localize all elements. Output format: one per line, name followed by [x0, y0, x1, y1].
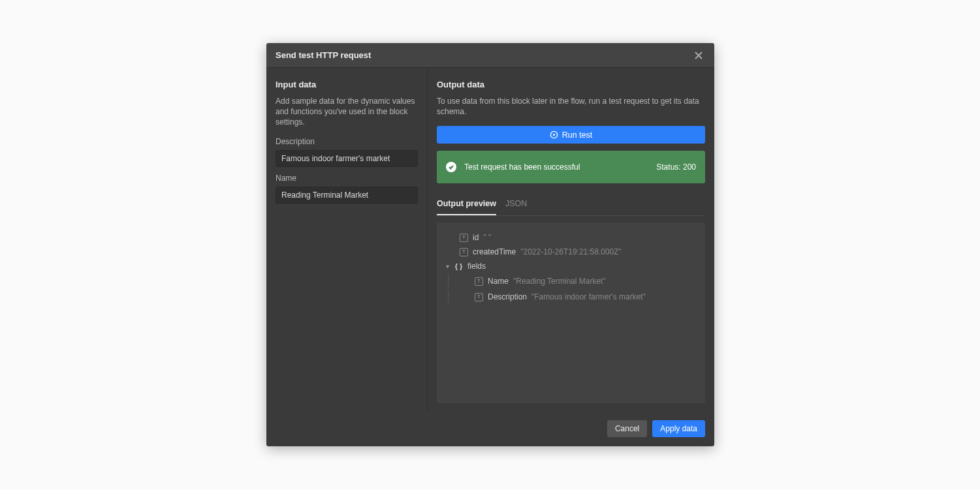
input-description: Add sample data for the dynamic values a… [276, 96, 418, 128]
name-input[interactable] [276, 187, 418, 204]
tab-json[interactable]: JSON [505, 195, 527, 215]
tree-key: id [473, 232, 479, 243]
output-description: To use data from this block later in the… [437, 96, 705, 117]
output-pane: Output data To use data from this block … [428, 68, 714, 412]
tree-row-id: T id " " [445, 230, 697, 245]
tree-row-fields-name: T Name "Reading Terminal Market" [445, 273, 697, 289]
input-title: Input data [276, 80, 418, 89]
output-preview-box[interactable]: T id " " T createdTime "2022-10-26T19:21… [437, 222, 705, 403]
cancel-button[interactable]: Cancel [607, 420, 647, 437]
status-left: Test request has been successful [446, 162, 580, 172]
modal-title: Send test HTTP request [276, 50, 371, 60]
tree-value: "Famous indoor farmer's market" [531, 291, 646, 303]
status-banner: Test request has been successful Status:… [437, 151, 705, 183]
tree-value: " " [483, 232, 491, 243]
modal-body: Input data Add sample data for the dynam… [266, 68, 714, 412]
modal-footer: Cancel Apply data [266, 412, 714, 446]
success-check-icon [446, 162, 456, 172]
run-test-label: Run test [562, 130, 593, 140]
collapse-toggle-icon[interactable] [445, 264, 450, 269]
field-label-name: Name [276, 174, 418, 183]
tree-row-fields[interactable]: { } fields [445, 259, 697, 273]
run-test-button[interactable]: Run test [437, 126, 705, 144]
tree-row-createdtime: T createdTime "2022-10-26T19:21:58.000Z" [445, 245, 697, 259]
text-type-icon: T [475, 293, 483, 301]
text-type-icon: T [460, 248, 468, 256]
tree-key: Description [488, 291, 527, 303]
tree-value: "Reading Terminal Market" [513, 275, 606, 287]
output-tabs: Output preview JSON [437, 195, 705, 216]
object-type-icon: { } [454, 262, 463, 271]
status-code: Status: 200 [656, 162, 696, 172]
test-http-request-modal: Send test HTTP request Input data Add sa… [266, 43, 714, 446]
text-type-icon: T [460, 234, 468, 242]
output-title: Output data [437, 80, 705, 89]
modal-header: Send test HTTP request [266, 43, 714, 68]
input-pane: Input data Add sample data for the dynam… [266, 68, 428, 412]
description-input[interactable] [276, 150, 418, 167]
tree-key: fields [467, 260, 486, 272]
field-label-description: Description [276, 137, 418, 146]
close-button[interactable] [692, 49, 705, 62]
apply-data-button[interactable]: Apply data [652, 420, 705, 437]
play-circle-icon [550, 130, 558, 139]
text-type-icon: T [475, 277, 483, 286]
close-icon [694, 51, 703, 60]
tab-output-preview[interactable]: Output preview [437, 195, 496, 215]
status-message: Test request has been successful [464, 162, 580, 172]
tree-row-fields-description: T Description "Famous indoor farmer's ma… [445, 289, 697, 305]
tree-key: createdTime [473, 246, 516, 258]
tree-key: Name [488, 275, 509, 287]
tree-value: "2022-10-26T19:21:58.000Z" [520, 246, 622, 258]
